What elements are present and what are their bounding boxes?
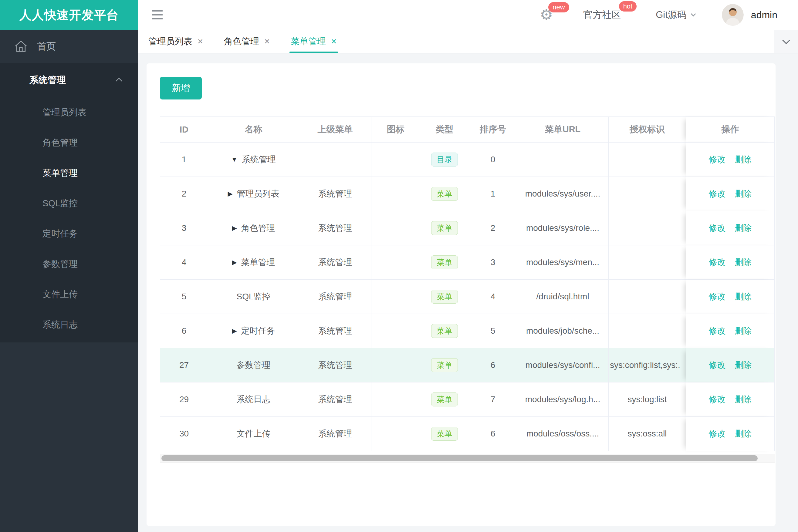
sidebar-item-system-log[interactable]: 系统日志 xyxy=(0,310,138,340)
delete-link[interactable]: 删除 xyxy=(735,291,752,302)
cell-perm xyxy=(609,280,686,314)
cell-perm: sys:oss:all xyxy=(609,417,686,451)
col-header-name: 名称 xyxy=(208,117,299,142)
cell-name: ▶定时任务 xyxy=(208,314,299,348)
edit-link[interactable]: 修改 xyxy=(709,291,726,302)
col-header-url: 菜单URL xyxy=(517,117,609,142)
cell-icon xyxy=(371,382,420,417)
type-badge: 菜单 xyxy=(431,427,458,441)
close-icon[interactable] xyxy=(197,38,203,45)
delete-link[interactable]: 删除 xyxy=(735,428,752,439)
edit-link[interactable]: 修改 xyxy=(709,188,726,200)
git-source-dropdown[interactable]: Git源码 xyxy=(656,8,695,21)
tab-admin-list[interactable]: 管理员列表 xyxy=(138,30,214,53)
cell-ops: 修改删除 xyxy=(686,417,775,451)
expand-arrow-icon[interactable]: ▶ xyxy=(232,225,237,232)
username[interactable]: admin xyxy=(751,10,777,21)
delete-link[interactable]: 删除 xyxy=(735,154,752,165)
cell-url: modules/sys/confi... xyxy=(517,348,609,382)
hamburger-icon[interactable] xyxy=(149,7,166,22)
menu-table: ID 名称 上级菜单 图标 类型 排序号 菜单URL 授权标识 操作 xyxy=(160,116,775,462)
edit-link[interactable]: 修改 xyxy=(709,394,726,405)
sidebar-section-header[interactable]: 系统管理 xyxy=(0,63,138,97)
delete-link[interactable]: 删除 xyxy=(735,188,752,200)
delete-link[interactable]: 删除 xyxy=(735,359,752,371)
delete-link[interactable]: 删除 xyxy=(735,222,752,234)
cell-ops: 修改删除 xyxy=(686,245,775,280)
sidebar-item-role-mgmt[interactable]: 角色管理 xyxy=(0,128,138,158)
avatar[interactable] xyxy=(722,4,744,26)
type-badge: 菜单 xyxy=(431,255,458,269)
cell-parent: 系统管理 xyxy=(299,382,371,417)
cell-type: 菜单 xyxy=(420,417,469,451)
expand-arrow-icon[interactable]: ▶ xyxy=(232,259,237,266)
community-link[interactable]: 官方社区 hot xyxy=(583,8,621,21)
edit-link[interactable]: 修改 xyxy=(709,256,726,268)
sidebar-item-home[interactable]: 首页 xyxy=(0,30,138,63)
collapse-arrow-icon[interactable]: ▼ xyxy=(231,156,238,163)
cell-type: 菜单 xyxy=(420,245,469,280)
add-button[interactable]: 新增 xyxy=(160,77,202,99)
type-badge: 菜单 xyxy=(431,187,458,201)
table-row: 1 ▼系统管理 目录 0 修改删除 xyxy=(160,142,775,177)
cell-type: 菜单 xyxy=(420,211,469,245)
cell-url: modules/job/sche... xyxy=(517,314,609,348)
table-row: 2 ▶管理员列表 系统管理 菜单 1 modules/sys/user.... … xyxy=(160,177,775,211)
cell-name: ▶菜单管理 xyxy=(208,245,299,280)
sidebar-item-file-upload[interactable]: 文件上传 xyxy=(0,279,138,310)
cell-ops: 修改删除 xyxy=(686,280,775,314)
expand-arrow-icon[interactable]: ▶ xyxy=(227,190,233,197)
cell-id: 30 xyxy=(160,417,208,451)
sidebar-item-sql-monitor[interactable]: SQL监控 xyxy=(0,188,138,219)
cell-perm xyxy=(609,211,686,245)
cell-name: ▶管理员列表 xyxy=(208,177,299,211)
delete-link[interactable]: 删除 xyxy=(735,325,752,337)
tabs-collapse-button[interactable] xyxy=(774,30,798,53)
cell-id: 3 xyxy=(160,211,208,245)
cell-type: 菜单 xyxy=(420,348,469,382)
tab-label: 角色管理 xyxy=(224,36,259,48)
cell-ops: 修改删除 xyxy=(686,177,775,211)
cell-icon xyxy=(371,348,420,382)
cell-type: 菜单 xyxy=(420,177,469,211)
sidebar-item-admin-list[interactable]: 管理员列表 xyxy=(0,97,138,128)
sidebar-item-param-mgmt[interactable]: 参数管理 xyxy=(0,249,138,279)
sidebar-item-menu-mgmt[interactable]: 菜单管理 xyxy=(0,158,138,188)
edit-link[interactable]: 修改 xyxy=(709,154,726,165)
table-row: 6 ▶定时任务 系统管理 菜单 5 modules/job/sche... 修改… xyxy=(160,314,775,348)
cell-url: modules/sys/men... xyxy=(517,245,609,280)
delete-link[interactable]: 删除 xyxy=(735,394,752,405)
cell-url: modules/sys/log.h... xyxy=(517,382,609,417)
tab-role-mgmt[interactable]: 角色管理 xyxy=(214,30,280,53)
cell-type: 菜单 xyxy=(420,382,469,417)
close-icon[interactable] xyxy=(331,38,337,45)
cell-parent: 系统管理 xyxy=(299,245,371,280)
tabs: 管理员列表 角色管理 菜单管理 xyxy=(138,30,347,53)
close-icon[interactable] xyxy=(264,38,270,45)
cell-id: 1 xyxy=(160,142,208,177)
col-header-perm: 授权标识 xyxy=(609,117,686,142)
settings-button[interactable]: ⚙ new xyxy=(540,7,553,22)
tab-menu-mgmt[interactable]: 菜单管理 xyxy=(280,30,347,53)
expand-arrow-icon[interactable]: ▶ xyxy=(232,327,237,335)
scrollbar-thumb[interactable] xyxy=(162,455,758,461)
sidebar-item-scheduled-tasks[interactable]: 定时任务 xyxy=(0,219,138,249)
main-area: ⚙ new 官方社区 hot Git源码 admin xyxy=(138,0,798,532)
cell-sort: 6 xyxy=(469,348,517,382)
chevron-down-icon xyxy=(782,36,790,44)
delete-link[interactable]: 删除 xyxy=(735,256,752,268)
app-window: 人人快速开发平台 首页 系统管理 管理员列表 角色管理 菜单管理 SQL监控 定… xyxy=(0,0,798,532)
cell-parent: 系统管理 xyxy=(299,177,371,211)
edit-link[interactable]: 修改 xyxy=(709,222,726,234)
cell-perm: sys:config:list,sys:. xyxy=(609,348,686,382)
sidebar-submenu: 管理员列表 角色管理 菜单管理 SQL监控 定时任务 参数管理 文件上传 系统日… xyxy=(0,97,138,342)
edit-link[interactable]: 修改 xyxy=(709,325,726,337)
cell-sort: 0 xyxy=(469,142,517,177)
edit-link[interactable]: 修改 xyxy=(709,359,726,371)
cell-name: ▶角色管理 xyxy=(208,211,299,245)
cell-id: 6 xyxy=(160,314,208,348)
cell-ops: 修改删除 xyxy=(686,314,775,348)
cell-perm xyxy=(609,142,686,177)
edit-link[interactable]: 修改 xyxy=(709,428,726,439)
cell-name: ▼系统管理 xyxy=(208,142,299,177)
